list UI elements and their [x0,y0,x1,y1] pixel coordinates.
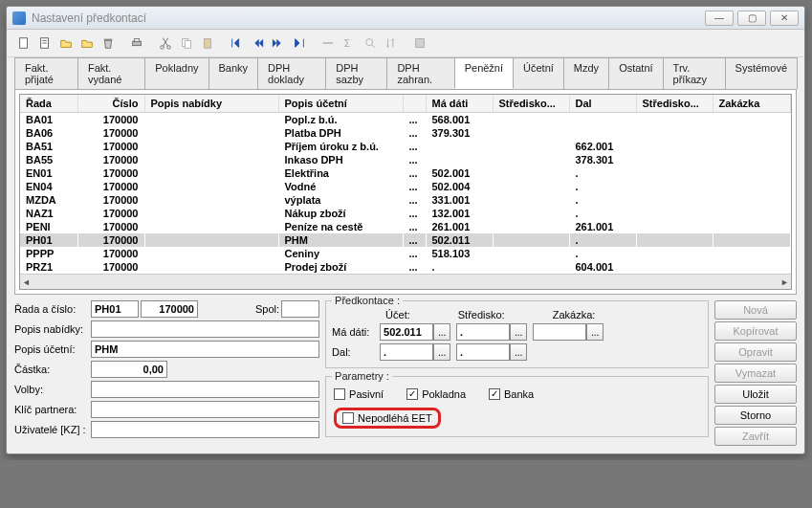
last-icon[interactable] [290,33,309,53]
tab-dph-doklady[interactable]: DPH doklady [257,57,326,89]
tab-fakt-p-ijat-[interactable]: Fakt. přijaté [14,57,78,89]
svg-point-10 [167,46,171,50]
col-header[interactable]: Dal [569,95,636,113]
table-row[interactable]: EN01170000Elektřina...502.001. [20,166,791,180]
tab-mzdy[interactable]: Mzdy [563,57,609,89]
parametry-fieldset: Parametry : Pasivní ✓Pokladna ✓Banka Nep… [325,376,709,437]
table-row[interactable]: PRZ1170000Prodej zboží....604.001 [20,260,791,274]
table-row[interactable]: PENI170000Peníze na cestě...261.001261.0… [20,220,791,233]
ulozit-button[interactable]: Uložit [714,385,797,404]
table-row[interactable]: BA51170000Příjem úroku z b.ú....662.001 [20,140,791,153]
dal-str-input[interactable] [456,343,510,361]
close-button[interactable]: ✕ [770,11,799,26]
col-header[interactable]: Řada [20,95,77,113]
col-header[interactable]: Má dáti [426,95,493,113]
prev-icon[interactable] [248,33,267,53]
tab-pokladny[interactable]: Pokladny [144,57,208,89]
table-row[interactable]: BA01170000Popl.z b.ú....568.001 [20,113,791,127]
eet-checkbox[interactable]: Nepodléhá EET [342,412,432,424]
grid[interactable]: ŘadaČísloPopis nabídkyPopis účetníMá dát… [19,94,792,290]
uziv-input[interactable] [91,421,319,438]
tab-content: ŘadaČísloPopis nabídkyPopis účetníMá dát… [14,89,797,295]
opravit-button[interactable]: Opravit [714,342,797,362]
tool-icon[interactable] [410,33,429,53]
maximize-button[interactable]: ▢ [737,11,766,26]
popis-nabidky-input[interactable] [91,320,319,338]
tab-banky[interactable]: Banky [208,57,259,89]
table-row[interactable]: PH01170000PHM...502.011. [20,233,791,247]
md-zak-input[interactable] [533,323,586,341]
print-icon[interactable] [127,33,146,53]
storno-button[interactable]: Storno [714,406,797,425]
sum-icon[interactable]: Σ [340,33,359,53]
tab-pen-n-[interactable]: Peněžní [454,57,514,89]
tab-syst-mov-[interactable]: Systémové [725,57,798,89]
tab-dph-zahran-[interactable]: DPH zahran. [386,57,454,89]
dal-ucet-input[interactable] [380,343,433,361]
dal-str-lookup[interactable]: ... [510,343,527,361]
paste-icon[interactable] [198,33,217,53]
popis-ucetni-input[interactable] [91,341,319,358]
col-header[interactable]: Středisko... [493,95,569,113]
tab-ostatn-[interactable]: Ostatní [608,57,663,89]
col-header[interactable]: Číslo [77,95,144,113]
tab-trv-p-kazy[interactable]: Trv. příkazy [663,57,726,89]
dal-ucet-lookup[interactable]: ... [433,343,450,361]
nova-button[interactable]: Nová [714,300,797,320]
app-icon [12,11,26,25]
col-header[interactable] [403,95,426,113]
klic-label: Klíč partnera: [14,404,91,415]
pokladna-checkbox[interactable]: ✓Pokladna [406,388,466,400]
md-ucet-lookup[interactable]: ... [433,323,450,341]
zak-lookup[interactable]: ... [586,323,604,341]
search-icon[interactable] [361,33,380,53]
klic-input[interactable] [91,401,319,418]
open-icon[interactable] [56,33,76,53]
md-ucet-input[interactable] [380,323,433,341]
tab--etn-[interactable]: Účetní [513,57,564,89]
doc-icon[interactable] [35,33,55,53]
open2-icon[interactable] [77,33,97,53]
svg-rect-0 [20,38,28,49]
md-str-lookup[interactable]: ... [510,323,527,341]
table-row[interactable]: BA55170000Inkaso DPH...378.301 [20,153,791,166]
svg-rect-4 [104,39,113,41]
first-icon[interactable] [227,33,246,53]
col-header[interactable]: Popis účetní [278,95,403,113]
vymazat-button[interactable]: Vymazat [714,364,797,383]
zavrit-button[interactable]: Zavřít [714,427,797,446]
svg-point-9 [161,46,165,50]
spol-input[interactable] [281,300,319,318]
table-row[interactable]: MZDA170000výplata...331.001. [20,193,791,207]
next-icon[interactable] [269,33,288,53]
table-row[interactable]: NAZ1170000Nákup zboží...132.001. [20,207,791,220]
table-row[interactable]: PPPP170000Ceniny...518.103. [20,247,791,260]
pasivni-checkbox[interactable]: Pasivní [334,388,384,400]
kopirovat-button[interactable]: Kopírovat [714,321,797,341]
delete-icon[interactable] [99,33,118,53]
col-header[interactable]: Zakázka [713,95,791,113]
table-row[interactable]: BA06170000Platba DPH...379.301 [20,126,791,140]
md-label: Má dáti: [332,326,380,338]
table-row[interactable]: EN04170000Vodné...502.004. [20,180,791,193]
md-str-input[interactable] [456,323,510,341]
stredisko-label: Středisko: [458,309,505,320]
minimize-button[interactable]: — [705,11,734,26]
tab-fakt-vydan-[interactable]: Fakt. vydané [77,57,145,89]
copy-icon[interactable] [177,33,196,53]
new-doc-icon[interactable] [14,33,33,53]
rada-input[interactable] [91,300,139,318]
tab-dph-sazby[interactable]: DPH sazby [325,57,387,89]
volby-input[interactable] [91,381,319,398]
svg-text:Σ: Σ [344,37,351,49]
col-header[interactable]: Popis nabídky [144,95,278,113]
col-header[interactable]: Středisko... [636,95,713,113]
cut-icon[interactable] [156,33,175,53]
window: Nastavení předkontací — ▢ ✕ Σ Fakt. přij… [6,6,805,454]
castka-input[interactable] [91,361,167,378]
h-scrollbar[interactable]: ◄► [20,274,791,289]
banka-checkbox[interactable]: ✓Banka [489,388,534,400]
filter-icon[interactable] [318,33,338,53]
sort-icon[interactable] [382,33,401,53]
cislo-input[interactable] [141,300,198,318]
